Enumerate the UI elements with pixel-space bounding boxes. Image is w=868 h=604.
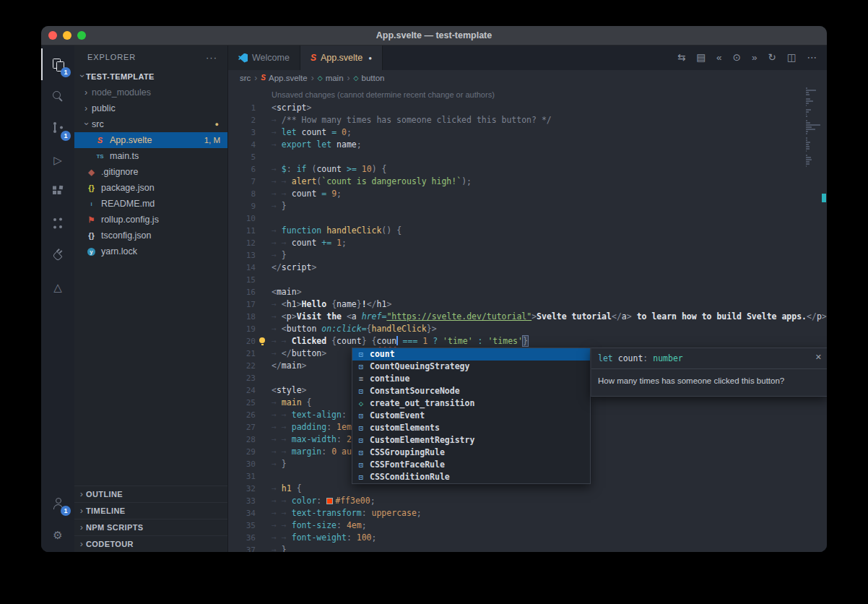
activity-item-source-control[interactable]: 1 [41,112,74,144]
file-main-ts[interactable]: TSmain.ts [74,148,227,164]
code-line-20[interactable]: 20→ → Clicked {count} {coun === 1 ? 'tim… [228,335,827,348]
code-line-13[interactable]: 13→ } [228,249,827,262]
activity-item-explorer[interactable]: 1 [41,48,74,80]
code-line-7[interactable]: 7→ → alert(`count is dangerously high!`)… [228,176,827,188]
activity-item-run-debug[interactable]: ▷ [41,144,74,176]
line-number[interactable]: 14 [228,262,256,274]
file-package-json[interactable]: {}package.json [74,180,227,196]
next-change-icon[interactable]: » [752,53,758,63]
line-number[interactable]: 32 [228,483,256,495]
line-number[interactable]: 27 [228,421,256,433]
breadcrumb-src[interactable]: src [240,74,251,82]
line-number[interactable]: 28 [228,433,256,446]
line-number[interactable]: 16 [228,286,256,298]
line-number[interactable]: 15 [228,274,256,286]
code-line-36[interactable]: 36→ → font-weight: 100; [228,532,827,544]
file-yarn-lock[interactable]: yyarn.lock [74,243,227,259]
activity-item-github-pr[interactable] [41,207,74,239]
explorer-more-actions-icon[interactable]: ··· [206,52,217,63]
file-rollup-config-js[interactable]: ⚑rollup.config.js [74,212,227,228]
suggest-item-cssconditionrule[interactable]: ⊡CSSConditionRule [352,471,590,483]
suggest-item-customelementregistry[interactable]: ⊡CustomElementRegistry [352,434,590,446]
code-line-11[interactable]: 11→ function handleClick() { [228,225,827,237]
zoom-window-button[interactable] [77,31,86,40]
line-number[interactable]: 13 [228,249,256,262]
open-changes-icon[interactable]: ⊙ [733,53,741,63]
close-icon[interactable]: ✕ [815,351,822,363]
activity-item-accounts[interactable]: 1 [41,487,74,519]
file-history-icon[interactable]: ↻ [768,53,776,63]
file-app-svelte[interactable]: SApp.svelte1, M [74,132,227,148]
line-number[interactable]: 22 [228,360,256,372]
file-readme-md[interactable]: iREADME.md [74,196,227,212]
line-number[interactable]: 10 [228,212,256,225]
activity-item-search[interactable] [41,80,74,112]
code-line-4[interactable]: 4→ export let name; [228,139,827,151]
code-line-14[interactable]: 14</script> [228,262,827,274]
section-outline[interactable]: ›OUTLINE [74,486,227,502]
code-line-17[interactable]: 17→ <h1>Hello {name}!</h1> [228,298,827,311]
line-number[interactable]: 34 [228,507,256,519]
line-number[interactable]: 25 [228,397,256,409]
file-gitignore[interactable]: ◆.gitignore [74,164,227,180]
line-number[interactable]: 5 [228,151,256,163]
section-codetour[interactable]: ›CODETOUR [74,535,227,552]
file-tsconfig-json[interactable]: {}tsconfig.json [74,228,227,243]
split-editor-icon[interactable]: ◫ [787,53,797,63]
code-line-33[interactable]: 33→ → color: #ff3e00; [228,495,827,507]
code-line-35[interactable]: 35→ → font-size: 4em; [228,519,827,532]
code-line-3[interactable]: 3→ let count = 0; [228,126,827,139]
code-line-16[interactable]: 16<main> [228,286,827,298]
activity-item-azure[interactable]: △ [41,271,74,303]
code-line-19[interactable]: 19→ <button on:click={handleClick}> [228,323,827,335]
folder-node-modules[interactable]: ›node_modules [74,85,227,100]
code-line-10[interactable]: 10 [228,212,827,225]
breadcrumb-button[interactable]: ◇button [354,74,385,82]
activity-item-extensions[interactable] [41,176,74,207]
minimap[interactable] [806,87,822,168]
line-number[interactable]: 12 [228,237,256,249]
suggest-item-count[interactable]: ⊡count [352,348,590,361]
suggest-item-create-out-transition[interactable]: ◇create_out_transition [352,397,590,410]
line-number[interactable]: 7 [228,176,256,188]
tab-app-svelte[interactable]: SApp.svelte● [300,46,383,70]
line-number[interactable]: 35 [228,519,256,532]
close-window-button[interactable] [48,31,57,40]
suggest-item-continue[interactable]: ≡continue [352,373,590,385]
line-number[interactable]: 30 [228,458,256,470]
line-number[interactable]: 17 [228,298,256,311]
code-line-1[interactable]: 1<script> [228,102,827,114]
activity-item-remote[interactable] [41,239,74,271]
code-line-8[interactable]: 8→ → count = 9; [228,188,827,200]
code-line-5[interactable]: 5 [228,151,827,163]
tab-welcome[interactable]: Welcome [228,46,300,70]
code-line-32[interactable]: 32→ h1 { [228,483,827,495]
open-preview-icon[interactable]: ▤ [696,53,706,63]
code-line-34[interactable]: 34→ → text-transform: uppercase; [228,507,827,519]
code-line-6[interactable]: 6→ $: if (count >= 10) { [228,163,827,176]
line-number[interactable]: 3 [228,126,256,139]
code-line-15[interactable]: 15 [228,274,827,286]
compare-changes-icon[interactable]: ⇆ [677,53,685,63]
suggest-item-cssgroupingrule[interactable]: ⊡CSSGroupingRule [352,446,590,459]
line-number[interactable]: 29 [228,446,256,458]
breadcrumb-app-svelte[interactable]: SApp.svelte [261,74,307,82]
lightbulb-icon[interactable] [259,337,265,343]
line-number[interactable]: 11 [228,225,256,237]
line-number[interactable]: 8 [228,188,256,200]
title-bar[interactable]: App.svelte — test-template [41,26,827,46]
section-npm-scripts[interactable]: ›NPM SCRIPTS [74,519,227,535]
section-timeline[interactable]: ›TIMELINE [74,502,227,519]
line-number[interactable]: 19 [228,323,256,335]
line-number[interactable]: 37 [228,544,256,552]
code-line-9[interactable]: 9→ } [228,200,827,212]
workspace-section-header[interactable]: › TEST-TEMPLATE [74,69,227,85]
line-number[interactable]: 24 [228,384,256,397]
suggest-item-customevent[interactable]: ⊡CustomEvent [352,410,590,422]
line-number[interactable]: 6 [228,163,256,176]
activity-item-settings[interactable]: ⚙ [41,519,74,551]
line-number[interactable]: 23 [228,372,256,384]
line-number[interactable]: 26 [228,409,256,421]
folder-src[interactable]: ›src● [74,116,227,132]
line-number[interactable]: 2 [228,114,256,126]
